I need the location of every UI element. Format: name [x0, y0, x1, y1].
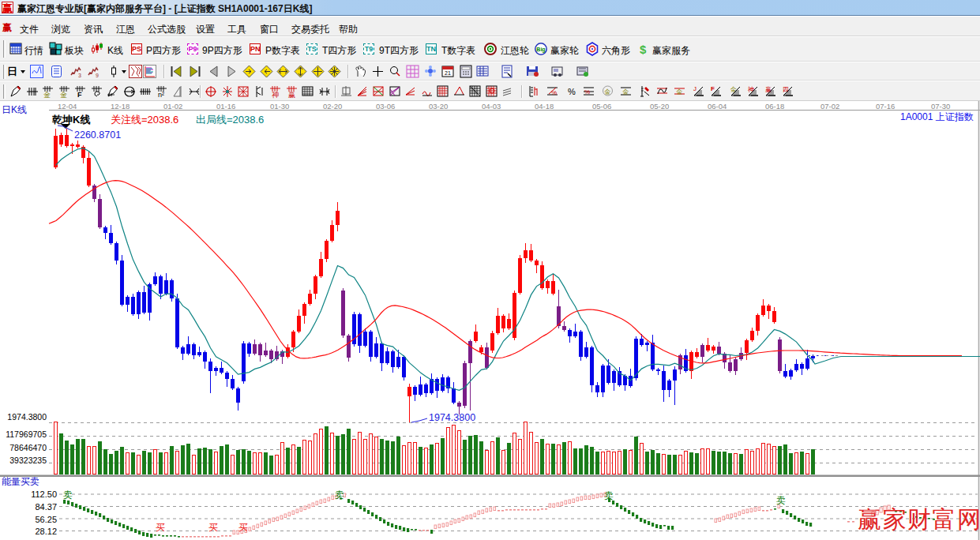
svg-text:关注线=2038.6: 关注线=2038.6	[111, 114, 178, 126]
svg-text:1974.3800: 1974.3800	[429, 412, 475, 423]
svg-text:9: 9	[96, 73, 99, 78]
svg-text:J: J	[693, 85, 697, 92]
svg-text:39323235: 39323235	[9, 456, 47, 465]
svg-text:金: 金	[676, 88, 683, 96]
svg-text:%: %	[551, 89, 557, 96]
svg-text:金: 金	[604, 88, 611, 96]
svg-text:04-18: 04-18	[535, 102, 554, 111]
svg-text:%: %	[584, 88, 590, 96]
svg-text:1A0001 上证指数: 1A0001 上证指数	[900, 111, 974, 122]
svg-text:乾坤K线: 乾坤K线	[52, 114, 90, 126]
svg-text:赢: 赢	[288, 91, 295, 99]
svg-text:n²: n²	[158, 91, 164, 99]
svg-text:1974.3800: 1974.3800	[7, 412, 47, 422]
svg-text:卖: 卖	[604, 490, 614, 501]
svg-text:02-20: 02-20	[323, 102, 342, 111]
svg-text:03-20: 03-20	[429, 102, 448, 111]
svg-text:21: 21	[445, 70, 451, 76]
svg-text:78646470: 78646470	[9, 443, 47, 452]
svg-text:12-18: 12-18	[111, 102, 130, 111]
svg-text:07-30: 07-30	[931, 102, 950, 111]
svg-text:卖: 卖	[63, 489, 73, 501]
svg-text:神: 神	[272, 91, 279, 99]
svg-text:日: 日	[7, 66, 17, 77]
svg-text:05-06: 05-06	[592, 102, 611, 111]
svg-text:03-06: 03-06	[376, 102, 395, 111]
svg-text:07-16: 07-16	[876, 102, 895, 111]
svg-text:%: %	[568, 87, 576, 96]
svg-text:卖: 卖	[335, 489, 344, 501]
svg-text:05-20: 05-20	[650, 102, 669, 111]
svg-text:117969705: 117969705	[6, 429, 47, 439]
svg-text:Big: Big	[536, 47, 545, 53]
svg-text:F: F	[711, 85, 715, 92]
svg-text:卖: 卖	[776, 495, 786, 506]
svg-text:日K线: 日K线	[2, 104, 27, 115]
svg-text:金: 金	[43, 91, 51, 99]
svg-text:12-04: 12-04	[58, 102, 77, 111]
svg-text:56.25: 56.25	[35, 515, 57, 524]
svg-text:84.37: 84.37	[35, 502, 57, 512]
svg-text:01-02: 01-02	[163, 102, 182, 111]
svg-text:赢家财富网: 赢家财富网	[858, 506, 980, 532]
svg-text:出局线=2038.6: 出局线=2038.6	[196, 114, 264, 126]
svg-text:112.50: 112.50	[31, 489, 57, 499]
svg-text:买: 买	[238, 522, 248, 533]
svg-text:06-18: 06-18	[765, 102, 784, 111]
svg-text:买: 买	[208, 522, 218, 533]
svg-text:01-30: 01-30	[270, 102, 289, 111]
svg-text:28.12: 28.12	[35, 527, 57, 536]
svg-text:F: F	[77, 91, 82, 99]
svg-text:06-04: 06-04	[708, 102, 727, 111]
svg-text:能量买卖: 能量买卖	[2, 476, 39, 487]
svg-text:07-02: 07-02	[820, 102, 839, 111]
svg-text:2260.8701: 2260.8701	[74, 129, 121, 141]
svg-text:3: 3	[78, 73, 81, 78]
svg-text:04-03: 04-03	[482, 102, 501, 111]
svg-text:金: 金	[622, 88, 629, 96]
svg-text:买: 买	[156, 522, 165, 533]
svg-text:金: 金	[60, 91, 67, 99]
svg-text:01-16: 01-16	[216, 102, 235, 111]
